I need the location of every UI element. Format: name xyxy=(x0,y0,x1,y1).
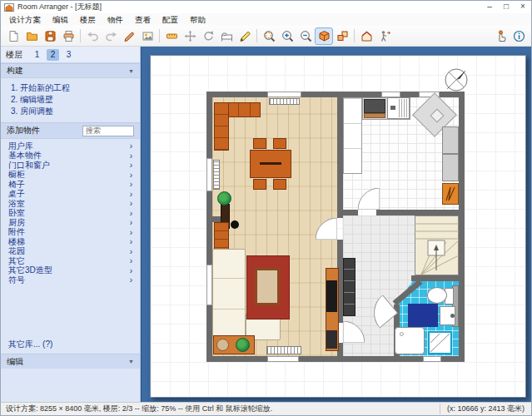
door-living-hall[interactable] xyxy=(343,321,365,343)
bath-mat[interactable] xyxy=(408,304,438,327)
floor-lamp-dot[interactable] xyxy=(231,220,239,229)
menu-options[interactable]: 配置 xyxy=(157,13,184,26)
undo-button[interactable] xyxy=(83,27,102,45)
chevron-right-icon: › xyxy=(130,161,132,170)
door-dining[interactable] xyxy=(316,218,337,240)
furniture-button[interactable] xyxy=(217,27,236,45)
rotate-button[interactable] xyxy=(199,27,217,45)
stove-hob[interactable] xyxy=(364,99,385,113)
measure-button[interactable] xyxy=(162,27,181,45)
corner-bench-vertical[interactable] xyxy=(214,102,229,151)
zoom-in-icon xyxy=(281,30,294,42)
dining-chair[interactable] xyxy=(273,138,286,149)
door-kitchen[interactable] xyxy=(358,188,380,210)
collapse-caret-icon[interactable]: ▼ xyxy=(128,359,134,364)
radiator-dining-top[interactable] xyxy=(269,98,300,105)
tv-screen xyxy=(326,280,337,312)
floor-tab-3[interactable]: 3 xyxy=(62,49,75,61)
menu-object[interactable]: 物件 xyxy=(102,13,129,26)
window-dining-left[interactable] xyxy=(206,158,212,191)
pointer-hand-icon xyxy=(495,30,507,42)
chevron-right-icon: › xyxy=(130,199,132,208)
flower-pot[interactable] xyxy=(216,339,229,351)
window-bath-bottom[interactable] xyxy=(423,356,441,362)
hall-radiator[interactable] xyxy=(343,258,355,316)
wall-cabinet-lower[interactable] xyxy=(442,154,459,181)
menu-floor[interactable]: 楼层 xyxy=(74,13,102,26)
about-button[interactable] xyxy=(510,27,528,45)
more-libraries-link[interactable]: 其它库... (?) xyxy=(1,335,140,354)
pointer-button[interactable] xyxy=(491,27,510,45)
build-section-header[interactable]: 构建 ▼ xyxy=(1,63,140,78)
object-search-input[interactable] xyxy=(82,126,134,136)
zoom-in-button[interactable] xyxy=(278,27,296,45)
house-3d-icon xyxy=(360,30,373,42)
potted-plant[interactable] xyxy=(236,338,250,352)
staircase[interactable] xyxy=(415,215,459,275)
category-symbols[interactable]: 符号› xyxy=(1,275,140,285)
minimize-button[interactable]: – xyxy=(481,1,498,13)
radiator-dining-left[interactable] xyxy=(213,160,220,190)
potted-plant[interactable] xyxy=(217,191,231,206)
walkthrough-button[interactable] xyxy=(375,27,394,45)
compass-icon[interactable] xyxy=(444,67,469,92)
toolbar xyxy=(1,26,531,47)
menu-help[interactable]: 帮助 xyxy=(184,13,211,26)
drawing-canvas[interactable] xyxy=(141,47,531,402)
build-step-edit-walls[interactable]: 2. 编辑墙壁 xyxy=(11,94,132,106)
wall-left xyxy=(206,92,212,362)
storage-box[interactable] xyxy=(428,331,452,354)
dining-chair[interactable] xyxy=(253,179,266,190)
undo-icon xyxy=(87,30,99,42)
background-image-button[interactable] xyxy=(138,27,157,45)
objects-3d-button[interactable] xyxy=(333,27,351,45)
window-living-left[interactable] xyxy=(206,265,212,305)
wall-cabinet-upper[interactable] xyxy=(442,126,459,154)
boiler-appliance[interactable] xyxy=(442,183,459,205)
print-button[interactable] xyxy=(59,27,77,45)
edit-section-header[interactable]: 编辑 ▼ xyxy=(1,354,140,369)
coffee-table[interactable] xyxy=(255,268,280,305)
view-3d-button[interactable] xyxy=(315,27,333,45)
window-kitchen-top-1[interactable] xyxy=(381,92,400,97)
window-dining-top[interactable] xyxy=(267,92,301,97)
menu-edit[interactable]: 编辑 xyxy=(47,13,74,26)
maximize-button[interactable]: □ xyxy=(498,1,515,13)
menu-view[interactable]: 查看 xyxy=(129,13,157,26)
new-button[interactable] xyxy=(4,27,22,45)
sofa-main[interactable] xyxy=(212,249,246,340)
floor-tab-1[interactable]: 1 xyxy=(31,49,43,61)
zoom-out-icon xyxy=(300,30,312,42)
sidebar: 楼层 1 2 3 构建 ▼ 1. 开始新的工程 2. 编辑墙壁 3. 房间调整 … xyxy=(1,47,141,402)
redo-button[interactable] xyxy=(102,27,120,45)
dining-chair[interactable] xyxy=(253,138,266,149)
title-bar: Room Arranger - [无标题] – □ × xyxy=(1,1,531,13)
app-window: Room Arranger - [无标题] – □ × 设计方案 编辑 楼层 物… xyxy=(0,0,532,416)
draw-button[interactable] xyxy=(236,27,254,45)
menu-design[interactable]: 设计方案 xyxy=(3,13,47,26)
toilet-bowl[interactable] xyxy=(427,287,447,304)
shower-drain xyxy=(400,332,404,336)
tall-cabinet[interactable] xyxy=(343,97,362,174)
format-brush-button[interactable] xyxy=(120,27,138,45)
radiator-living-bottom[interactable] xyxy=(266,346,301,354)
chevron-right-icon: › xyxy=(130,275,132,285)
floor-tab-2[interactable]: 2 xyxy=(47,49,59,61)
plan-page[interactable] xyxy=(150,55,526,398)
shower-tray[interactable] xyxy=(395,327,425,354)
move-button[interactable] xyxy=(181,27,199,45)
build-step-adjust-rooms[interactable]: 3. 房间调整 xyxy=(11,106,132,117)
window-living-bottom[interactable] xyxy=(267,356,299,362)
measure-icon xyxy=(166,30,178,42)
close-button[interactable]: × xyxy=(515,1,531,13)
open-button[interactable] xyxy=(22,27,41,45)
build-step-new-project[interactable]: 1. 开始新的工程 xyxy=(11,82,132,94)
save-button[interactable] xyxy=(41,27,59,45)
app-icon xyxy=(4,3,14,12)
zoom-selection-button[interactable] xyxy=(260,27,278,45)
dining-chair[interactable] xyxy=(273,179,286,190)
collapse-caret-icon[interactable]: ▼ xyxy=(128,68,134,74)
house-3d-button[interactable] xyxy=(357,27,375,45)
wall-center-vertical-upper xyxy=(337,92,343,218)
zoom-out-button[interactable] xyxy=(296,27,315,45)
